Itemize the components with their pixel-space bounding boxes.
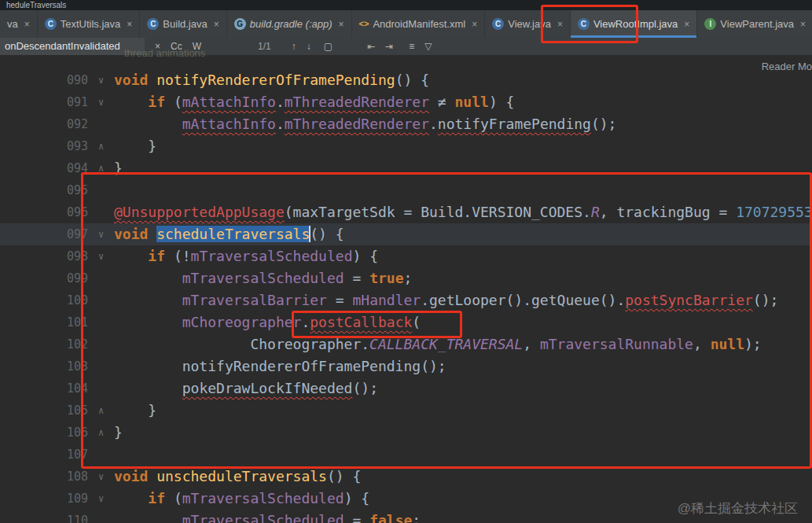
code-line[interactable]: 096@UnsupportedAppUsage(maxTargetSdk = B…	[0, 201, 812, 223]
code-line[interactable]: 092 mAttachInfo.mThreadedRenderer.notify…	[0, 113, 812, 135]
code-line[interactable]: 106∧}	[0, 422, 812, 444]
code-token	[114, 270, 182, 286]
filter-lines-icon[interactable]: ≡	[409, 38, 414, 55]
code-token	[114, 314, 182, 330]
code-line[interactable]: 090∨void notifyRendererOfFramePending() …	[0, 69, 812, 91]
fold-down-icon[interactable]: ∨	[88, 245, 114, 267]
editor: 090∨void notifyRendererOfFramePending() …	[0, 55, 812, 523]
code-token: .	[429, 116, 438, 132]
line-number[interactable]: 093	[0, 135, 88, 157]
code-line[interactable]: 097∨void scheduleTraversals() {	[0, 223, 812, 245]
fold-up-icon[interactable]: ∧	[88, 135, 114, 157]
line-number[interactable]: 095	[0, 179, 88, 201]
line-number[interactable]: 094	[0, 157, 88, 179]
line-number[interactable]: 096	[0, 201, 88, 223]
code-token: );	[744, 336, 762, 352]
line-number[interactable]: 092	[0, 113, 88, 135]
line-number[interactable]: 091	[0, 91, 88, 113]
left-tab-icon[interactable]: ⇤	[367, 38, 375, 55]
reader-mode-label: Reader Mo	[762, 61, 812, 72]
code-token: mThreadedRenderer	[285, 94, 429, 110]
tab-close-icon[interactable]: ×	[557, 19, 563, 30]
tab-close-icon[interactable]: ×	[339, 19, 344, 30]
line-number[interactable]: 098	[0, 245, 88, 267]
line-number[interactable]: 101	[0, 311, 88, 333]
tab-close-icon[interactable]: ×	[800, 19, 806, 30]
line-number[interactable]: 105	[0, 400, 88, 422]
code-line[interactable]: 107	[0, 444, 812, 466]
line-number[interactable]: 099	[0, 267, 88, 289]
fold-up-icon[interactable]: ∧	[88, 422, 114, 444]
code-line[interactable]: 091∨ if (mAttachInfo.mThreadedRenderer ≠…	[0, 91, 812, 113]
in-selection-toggle[interactable]: ▢	[324, 38, 333, 55]
fold-spacer	[88, 289, 114, 311]
code-line[interactable]: 098∨ if (!mTraversalScheduled) {	[0, 245, 812, 267]
code-line[interactable]: 102 Choreographer.CALLBACK_TRAVERSAL, mT…	[0, 333, 812, 355]
code-line[interactable]: 101 mChoreographer.postCallback(	[0, 311, 812, 333]
tab-textutils-java[interactable]: CTextUtils.java×	[38, 10, 141, 38]
tab-build-java[interactable]: CBuild.java×	[140, 10, 226, 38]
code-text: notifyRendererOfFramePending();	[114, 355, 812, 378]
line-number[interactable]: 090	[0, 69, 88, 91]
code-line[interactable]: 105∧ }	[0, 400, 812, 422]
code-line[interactable]: 094∧}	[0, 157, 812, 179]
code-line[interactable]: 099 mTraversalScheduled = true;	[0, 267, 812, 289]
search-input[interactable]: onDescendantInvalidated	[0, 38, 145, 55]
code-line[interactable]: 104 pokeDrawLockIfNeeded();	[0, 378, 812, 400]
code-line[interactable]: 095	[0, 179, 812, 201]
tab-androidmanifest-xml[interactable]: <>AndroidManifest.xml×	[352, 10, 486, 38]
code-token: 170729553	[736, 204, 812, 220]
fold-spacer	[88, 510, 114, 523]
code-token: mHandler	[352, 292, 421, 308]
fold-down-icon[interactable]: ∨	[88, 223, 114, 245]
line-number[interactable]: 103	[0, 355, 88, 378]
tab-close-icon[interactable]: ×	[24, 19, 30, 30]
code-token: false	[369, 512, 412, 523]
code-text: }	[114, 400, 812, 422]
ide-window: heduleTraversals va×CTextUtils.java×CBui…	[0, 0, 812, 523]
fold-down-icon[interactable]: ∨	[88, 466, 114, 488]
tab-label: ViewParent.java	[720, 18, 794, 30]
code-token: (	[412, 314, 421, 330]
code-token: ();	[352, 380, 378, 396]
tab-close-icon[interactable]: ×	[684, 19, 689, 30]
line-number[interactable]: 110	[0, 510, 88, 523]
tab-view-java[interactable]: CView.java×	[485, 10, 571, 38]
right-tab-icon[interactable]: ⇥	[385, 38, 393, 55]
tab-label: AndroidManifest.xml	[373, 18, 465, 30]
code-line[interactable]: 093∧ }	[0, 135, 812, 157]
code-token: notifyRendererOfFramePending();	[114, 358, 446, 374]
funnel-icon[interactable]: ▽	[424, 38, 432, 55]
code-line[interactable]: 103 notifyRendererOfFramePending();	[0, 355, 812, 378]
line-number[interactable]: 108	[0, 466, 88, 488]
fold-up-icon[interactable]: ∧	[88, 400, 114, 422]
next-match-button[interactable]: ↓	[307, 38, 311, 55]
code-line[interactable]: 108∨void unscheduleTraversals() {	[0, 466, 812, 488]
tab-close-icon[interactable]: ×	[214, 19, 219, 30]
tab-build-gradle[interactable]: Gbuild.gradle (:app)×	[227, 10, 352, 38]
fold-down-icon[interactable]: ∨	[88, 488, 114, 510]
line-number[interactable]: 107	[0, 444, 88, 466]
code-line[interactable]: 100 mTraversalBarrier = mHandler.getLoop…	[0, 289, 812, 311]
line-number[interactable]: 104	[0, 378, 88, 400]
gradle-icon: G	[234, 18, 246, 30]
fold-up-icon[interactable]: ∧	[88, 157, 114, 179]
code-token: =	[344, 512, 370, 523]
tab-close-icon[interactable]: ×	[127, 19, 132, 30]
line-number[interactable]: 097	[0, 223, 88, 245]
tab-viewparent-java[interactable]: IViewParent.java×	[697, 10, 812, 38]
line-number[interactable]: 102	[0, 333, 88, 355]
code-token	[114, 490, 148, 506]
line-number[interactable]: 109	[0, 488, 88, 510]
fold-down-icon[interactable]: ∨	[88, 91, 114, 113]
code-token: void	[114, 226, 156, 242]
tab-viewrootimpl-java[interactable]: CViewRootImpl.java×	[571, 10, 697, 38]
code-text: @UnsupportedAppUsage(maxTargetSdk = Buil…	[114, 201, 812, 223]
line-number[interactable]: 106	[0, 422, 88, 444]
prev-match-button[interactable]: ↑	[292, 38, 296, 55]
fold-down-icon[interactable]: ∨	[88, 69, 114, 91]
line-number[interactable]: 100	[0, 289, 88, 311]
code-text: }	[114, 422, 812, 444]
tab-close-icon[interactable]: ×	[472, 19, 477, 30]
tab-partial-left[interactable]: va×	[0, 10, 38, 38]
